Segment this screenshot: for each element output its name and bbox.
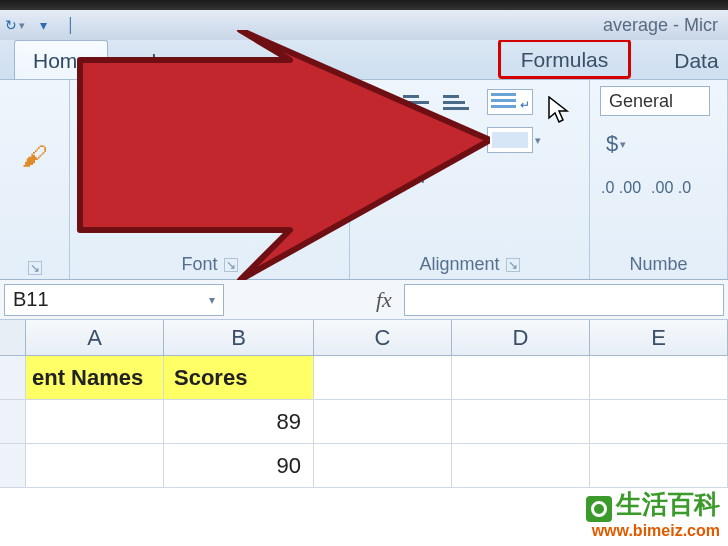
wrap-text-icon bbox=[487, 89, 533, 115]
alignment-dialog-launcher-icon[interactable]: ↘ bbox=[506, 258, 520, 272]
ribbon-group-number: General $▾ .0 .00 .00 .0 Numbe bbox=[590, 80, 728, 279]
font-family-combo[interactable]: Calib bbox=[80, 86, 260, 116]
qat-separator-icon: │ bbox=[60, 14, 82, 36]
wrap-text-button[interactable] bbox=[486, 86, 534, 118]
watermark-url: www.bimeiz.com bbox=[586, 522, 720, 540]
cell-c3[interactable] bbox=[314, 444, 452, 487]
cell-e2[interactable] bbox=[590, 400, 728, 443]
fill-color-icon bbox=[124, 174, 144, 194]
quick-access-toolbar: ↻▾ ▾ │ bbox=[4, 14, 82, 36]
align-center-icon bbox=[403, 129, 429, 151]
alignment-group-label: Alignment bbox=[419, 254, 499, 275]
column-header-a[interactable]: A bbox=[26, 320, 164, 355]
borders-icon bbox=[84, 176, 100, 192]
ribbon-group-clipboard: 🖌 ↘ bbox=[0, 80, 70, 279]
cell-c2[interactable] bbox=[314, 400, 452, 443]
font-family-value: Calib bbox=[89, 91, 130, 112]
row-header[interactable] bbox=[0, 356, 26, 399]
increase-decimal-button[interactable]: .0 .00 bbox=[600, 172, 642, 204]
align-top-button[interactable] bbox=[360, 86, 392, 118]
name-box-dropdown-icon[interactable]: ▾ bbox=[209, 293, 215, 307]
cell-d1[interactable] bbox=[452, 356, 590, 399]
align-left-icon bbox=[363, 129, 389, 151]
align-middle-icon bbox=[403, 91, 429, 113]
font-color-icon: A bbox=[166, 169, 186, 199]
cell-b3[interactable]: 90 bbox=[164, 444, 314, 487]
cell-e1[interactable] bbox=[590, 356, 728, 399]
cell-b2[interactable]: 89 bbox=[164, 400, 314, 443]
increase-indent-button[interactable]: ⇥ bbox=[400, 162, 432, 194]
align-center-button[interactable] bbox=[400, 124, 432, 156]
number-format-combo[interactable]: General bbox=[600, 86, 710, 116]
ribbon-group-font: Calib B I U▾ ▾ ▾ A▾ Font ↘ bbox=[70, 80, 350, 279]
align-middle-button[interactable] bbox=[400, 86, 432, 118]
watermark: 生活百科 www.bimeiz.com bbox=[586, 487, 720, 540]
watermark-text-cn: 生活百科 bbox=[616, 489, 720, 519]
align-left-button[interactable] bbox=[360, 124, 392, 156]
format-painter-icon[interactable]: 🖌 bbox=[22, 141, 48, 172]
column-header-b[interactable]: B bbox=[164, 320, 314, 355]
align-top-icon bbox=[363, 91, 389, 113]
font-group-label: Font bbox=[181, 254, 217, 275]
cell-b1[interactable]: Scores bbox=[164, 356, 314, 399]
cell-d3[interactable] bbox=[452, 444, 590, 487]
align-right-icon bbox=[443, 129, 469, 151]
column-header-d[interactable]: D bbox=[452, 320, 590, 355]
align-bottom-icon bbox=[443, 91, 469, 113]
font-dialog-launcher-icon[interactable]: ↘ bbox=[224, 258, 238, 272]
currency-button[interactable]: $▾ bbox=[600, 128, 632, 160]
align-bottom-button[interactable] bbox=[440, 86, 472, 118]
formula-bar: B11 ▾ fx bbox=[0, 280, 728, 320]
cell-d2[interactable] bbox=[452, 400, 590, 443]
borders-button[interactable]: ▾ bbox=[80, 168, 112, 200]
column-header-row: A B C D E bbox=[0, 320, 728, 356]
window-title: average - Micr bbox=[603, 15, 718, 36]
insert-function-button[interactable]: fx bbox=[364, 287, 404, 313]
decrease-indent-button[interactable]: ⇤ bbox=[360, 162, 392, 194]
decrease-decimal-button[interactable]: .00 .0 bbox=[650, 172, 692, 204]
row-header[interactable] bbox=[0, 400, 26, 443]
bold-button[interactable]: B bbox=[80, 126, 112, 158]
table-row: 90 bbox=[0, 444, 728, 488]
align-right-button[interactable] bbox=[440, 124, 472, 156]
italic-button[interactable]: I bbox=[122, 126, 154, 158]
ribbon-tab-strip: Home Inse Formulas Data bbox=[0, 40, 728, 80]
number-group-label: Numbe bbox=[629, 254, 687, 275]
window-top-border bbox=[0, 0, 728, 10]
table-row: ent Names Scores bbox=[0, 356, 728, 400]
tab-home[interactable]: Home bbox=[14, 40, 108, 79]
redo-icon[interactable]: ↻▾ bbox=[4, 14, 26, 36]
tab-formulas[interactable]: Formulas bbox=[498, 39, 632, 79]
tab-data[interactable]: Data bbox=[655, 40, 728, 79]
title-bar: ↻▾ ▾ │ average - Micr bbox=[0, 10, 728, 40]
table-row: 89 bbox=[0, 400, 728, 444]
qat-customize-icon[interactable]: ▾ bbox=[32, 14, 54, 36]
name-box[interactable]: B11 ▾ bbox=[4, 284, 224, 316]
column-header-c[interactable]: C bbox=[314, 320, 452, 355]
ribbon: 🖌 ↘ Calib B I U▾ ▾ ▾ A▾ Font ↘ bbox=[0, 80, 728, 280]
formula-input[interactable] bbox=[404, 284, 724, 316]
name-box-value: B11 bbox=[13, 288, 49, 311]
watermark-logo-icon bbox=[586, 496, 612, 522]
cell-c1[interactable] bbox=[314, 356, 452, 399]
cell-a2[interactable] bbox=[26, 400, 164, 443]
cell-e3[interactable] bbox=[590, 444, 728, 487]
number-format-value: General bbox=[609, 91, 673, 112]
tab-insert[interactable]: Inse bbox=[132, 40, 210, 79]
cell-a3[interactable] bbox=[26, 444, 164, 487]
font-color-button[interactable]: A▾ bbox=[164, 168, 196, 200]
ribbon-group-alignment: ▾ ⇤ ⇥ Alignment ↘ bbox=[350, 80, 590, 279]
cell-a1[interactable]: ent Names bbox=[26, 356, 164, 399]
clipboard-dialog-launcher-icon[interactable]: ↘ bbox=[28, 261, 42, 275]
merge-center-button[interactable]: ▾ bbox=[486, 124, 542, 156]
column-header-e[interactable]: E bbox=[590, 320, 728, 355]
row-header[interactable] bbox=[0, 444, 26, 487]
merge-center-icon bbox=[487, 127, 533, 153]
underline-button[interactable]: U▾ bbox=[164, 126, 196, 158]
select-all-corner[interactable] bbox=[0, 320, 26, 355]
fill-color-button[interactable]: ▾ bbox=[122, 168, 154, 200]
